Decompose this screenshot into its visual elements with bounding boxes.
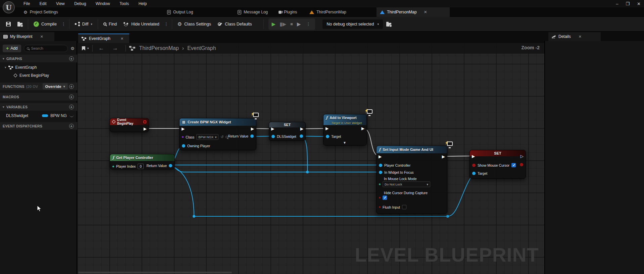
flush-input-pin[interactable] — [379, 206, 381, 208]
close-icon[interactable]: ✕ — [40, 35, 43, 39]
node-add-to-viewport[interactable]: ƒ Add to Viewport Target is User Widget … — [323, 114, 367, 146]
back-arrow-icon[interactable]: ← — [95, 45, 108, 52]
panel-settings-icon[interactable]: ⚙ — [70, 46, 75, 51]
target-pin[interactable] — [472, 172, 476, 175]
expand-advanced-icon[interactable]: ▼ — [343, 141, 346, 145]
node-set-dlsswidget[interactable]: SET ▶ ▶ DLSSwidget — [269, 122, 306, 141]
exec-in-pin[interactable]: ▶ — [326, 126, 329, 130]
menu-window[interactable]: Window — [92, 0, 114, 7]
wire-joint[interactable] — [446, 215, 449, 218]
node-event-beginplay[interactable]: Event BeginPlay ▶ — [110, 118, 149, 132]
add-variable-icon[interactable]: + — [69, 105, 74, 109]
node-get-player-controller[interactable]: ƒ Get Player Controller Player Index 0 R… — [110, 154, 175, 169]
debug-object-dropdown[interactable]: No debug object selected ▾ — [323, 19, 383, 29]
tab-output-log[interactable]: Output Log — [164, 7, 196, 17]
play-button[interactable]: ▶ — [272, 21, 276, 27]
wire-joint[interactable] — [193, 215, 195, 218]
class-settings-button[interactable]: ⚙ Class Settings — [174, 19, 214, 29]
flush-input-checkbox[interactable] — [402, 205, 406, 209]
class-pin[interactable] — [182, 136, 184, 138]
tab-close-icon[interactable]: ✕ — [424, 10, 427, 14]
tab-thirdpersonmap-blueprint[interactable]: ThirdPersonMap ✕ — [377, 7, 450, 17]
my-blueprint-tab[interactable]: My Blueprint ✕ — [0, 32, 54, 41]
delegate-pin[interactable] — [143, 120, 146, 123]
save-button[interactable] — [3, 19, 14, 29]
target-pin[interactable] — [326, 135, 329, 138]
search-input[interactable] — [31, 46, 58, 50]
forward-arrow-icon[interactable]: → — [108, 45, 122, 52]
breadcrumb-current[interactable]: EventGraph — [187, 45, 216, 51]
menu-help[interactable]: Help — [135, 0, 151, 7]
player-index-pin[interactable] — [112, 166, 114, 167]
hide-cursor-pin[interactable] — [379, 197, 381, 199]
frame-skip-button[interactable]: ▮▶ — [280, 21, 286, 27]
blueprint-search[interactable] — [24, 45, 68, 52]
compile-options-kebab[interactable]: ⋮ — [60, 21, 67, 26]
restore-button[interactable]: ❐ — [626, 1, 630, 6]
hide-unrelated-kebab[interactable]: ⋮ — [163, 21, 170, 26]
hide-unrelated-button[interactable]: Hide Unrelated — [120, 19, 162, 29]
node-set-show-mouse-cursor[interactable]: SET ▶ ▷ Show Mouse Cursor Target — [469, 150, 526, 179]
stop-button[interactable]: ■ — [290, 21, 293, 26]
macros-section-header[interactable]: MACROS + — [0, 93, 77, 101]
tab-project-settings[interactable]: ⚙ Project Settings — [20, 7, 61, 17]
add-function-icon[interactable]: + — [69, 84, 74, 89]
show-mouse-cursor-checkbox[interactable] — [511, 163, 516, 167]
wire-joint[interactable] — [306, 171, 309, 173]
add-button[interactable]: + Add — [3, 45, 21, 52]
eventgraph-tab[interactable]: EventGraph ✕ — [78, 34, 129, 43]
advance-button[interactable]: ▶ — [297, 21, 301, 27]
pick-asset-icon[interactable] — [226, 136, 228, 138]
add-macro-icon[interactable]: + — [69, 95, 74, 99]
node-set-input-mode[interactable]: ƒ Set Input Mode Game And UI ▶ ▶ Player … — [376, 146, 447, 214]
class-defaults-button[interactable]: Class Defaults — [214, 19, 255, 29]
minimize-button[interactable]: – — [616, 1, 618, 6]
bookmark-icon[interactable] — [82, 46, 85, 51]
functions-section-header[interactable]: FUNCTIONS (20 OV Override ▾ + — [0, 83, 77, 90]
reset-icon[interactable]: ↺ — [220, 135, 224, 139]
in-widget-to-focus-pin[interactable] — [379, 171, 382, 174]
sidebar-item-eventgraph[interactable]: ▾ EventGraph — [0, 64, 77, 71]
breadcrumb-root[interactable]: ThirdPersonMap — [139, 45, 179, 51]
browse-button[interactable] — [14, 19, 26, 29]
exec-out-pin[interactable]: ▶ — [251, 127, 254, 131]
event-graph-canvas[interactable]: EventGraph ✕ ▾ ← → ThirdPersonMap › Even… — [77, 32, 544, 274]
play-options-kebab[interactable]: ⋮ — [305, 21, 312, 26]
exec-in-pin[interactable]: ▶ — [472, 154, 475, 158]
debug-browse-button[interactable] — [383, 19, 395, 29]
hide-cursor-checkbox[interactable] — [383, 196, 387, 200]
node-create-widget[interactable]: Create BPW NGX Widget ▶ ▶ Class BPW NGX … — [179, 118, 256, 150]
exec-out-pin[interactable]: ▶ — [361, 126, 364, 130]
chevron-down-icon[interactable]: ▾ — [87, 47, 89, 50]
menu-edit[interactable]: Edit — [36, 0, 51, 7]
collapse-triangle-icon[interactable]: ▾ — [5, 66, 6, 69]
exec-in-pin[interactable]: ▶ — [182, 127, 185, 131]
unreal-logo[interactable]: U — [3, 1, 15, 13]
variables-section-header[interactable]: ▾ VARIABLES + — [0, 103, 77, 111]
add-graph-icon[interactable]: + — [69, 56, 74, 61]
menu-file[interactable]: File — [19, 0, 34, 7]
menu-debug[interactable]: Debug — [70, 0, 90, 7]
exec-out-pin[interactable]: ▷ — [521, 154, 524, 158]
show-mouse-cursor-out-pin[interactable] — [520, 163, 523, 166]
close-icon[interactable]: ✕ — [579, 35, 582, 39]
return-value-pin[interactable] — [250, 134, 254, 138]
eye-closed-icon[interactable] — [69, 115, 74, 117]
in-mouse-lock-mode-pin[interactable] — [379, 183, 381, 185]
diff-button[interactable]: Diff ▾ — [71, 19, 96, 29]
mouse-lock-dropdown[interactable]: Do Not Lock ▾ — [383, 181, 430, 187]
player-index-input[interactable]: 0 — [138, 164, 144, 169]
show-mouse-cursor-in-pin[interactable] — [472, 164, 476, 167]
class-select[interactable]: BPW NGX ▾ — [196, 134, 218, 140]
horizontal-scrollbar[interactable] — [78, 272, 232, 273]
exec-in-pin[interactable]: ▶ — [379, 155, 382, 159]
override-dropdown[interactable]: Override ▾ — [43, 83, 68, 90]
sidebar-item-event-beginplay[interactable]: Event BeginPlay — [0, 72, 77, 79]
tab-plugins[interactable]: Plugins — [275, 7, 300, 17]
return-value-pin[interactable] — [169, 164, 172, 167]
menu-tools[interactable]: Tools — [115, 0, 133, 7]
tab-thirdpersonmap[interactable]: ThirdPersonMap — [306, 7, 350, 17]
event-dispatchers-section-header[interactable]: EVENT DISPATCHERS + — [0, 122, 77, 130]
exec-out-pin[interactable]: ▶ — [442, 155, 445, 159]
owning-player-pin[interactable] — [182, 144, 185, 148]
